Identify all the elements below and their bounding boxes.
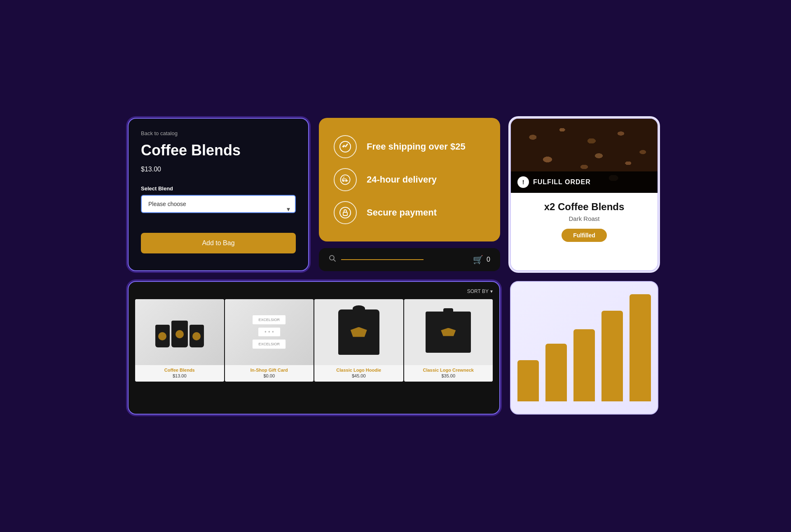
cart-area[interactable]: 🛒 0 — [473, 255, 490, 265]
chart-bar-5 — [630, 294, 651, 401]
catalog-item-crewneck[interactable]: Classic Logo Crewneck $35.00 — [404, 299, 493, 382]
chart-bar-2 — [545, 344, 567, 401]
chart-bar-4 — [601, 311, 623, 401]
gift-card-1: EXCELSIOR — [252, 315, 286, 325]
cart-count: 0 — [487, 256, 490, 263]
shipping-row-2: 24-hour delivery — [334, 164, 485, 195]
catalog-grid: Coffee Blends $13.00 EXCELSIOR ✦ ✦ ✦ EXC… — [135, 299, 493, 382]
chart-card — [510, 281, 658, 415]
gift-cards-visual: EXCELSIOR ✦ ✦ ✦ EXCELSIOR — [244, 307, 294, 357]
catalog-item-price-giftcard: $0.00 — [225, 373, 314, 382]
hoodie-shape — [338, 309, 379, 355]
gift-card-2: ✦ ✦ ✦ — [258, 327, 281, 337]
coffee-bag-2 — [171, 321, 188, 347]
fulfill-product-name: x2 Coffee Blends — [544, 201, 625, 213]
sort-by-chevron-icon: ▾ — [490, 288, 493, 294]
shipping-text-2: 24-hour delivery — [367, 174, 437, 185]
catalog-item-giftcard[interactable]: EXCELSIOR ✦ ✦ ✦ EXCELSIOR In-Shop Gift C… — [225, 299, 314, 382]
airplane-icon — [334, 135, 357, 158]
svg-line-7 — [334, 260, 336, 262]
shipping-row-3: Secure payment — [334, 197, 485, 228]
shipping-card: Free shipping over $25 24-hour delivery — [319, 118, 500, 241]
svg-point-1 — [340, 175, 350, 184]
coffee-bag-label-1 — [158, 332, 166, 340]
fulfilled-button[interactable]: Fulfilled — [562, 229, 607, 242]
shipping-row-1: Free shipping over $25 — [334, 131, 485, 162]
search-icon — [329, 255, 336, 264]
coffee-bags-visual — [151, 312, 208, 352]
svg-rect-5 — [343, 212, 347, 216]
delivery-icon — [334, 168, 357, 191]
catalog-item-name-hoodie: Classic Logo Hoodie — [314, 365, 403, 373]
fulfill-order-label: FULFILL ORDER — [533, 178, 591, 186]
catalog-item-hoodie[interactable]: Classic Logo Hoodie $45.00 — [314, 299, 403, 382]
sort-by-label: SORT BY — [467, 288, 489, 294]
product-price: $13.00 — [141, 166, 296, 173]
fulfill-variant: Dark Roast — [569, 215, 599, 222]
coffee-bag-3 — [190, 325, 204, 347]
product-title: Coffee Blends — [141, 142, 296, 159]
cart-icon: 🛒 — [473, 255, 483, 265]
shipping-text-3: Secure payment — [367, 207, 437, 218]
lock-icon — [334, 201, 357, 224]
catalog-item-price-crewneck: $35.00 — [404, 373, 493, 382]
blend-select[interactable]: Please choose Light Roast Medium Roast D… — [141, 195, 296, 213]
catalog-item-name-crewneck: Classic Logo Crewneck — [404, 365, 493, 373]
catalog-item-name-coffee: Coffee Blends — [135, 365, 224, 373]
coffee-bag-label-3 — [192, 332, 201, 340]
bar-wrapper-1 — [517, 294, 539, 401]
search-bar: 🛒 0 — [319, 248, 500, 271]
catalog-item-coffee[interactable]: Coffee Blends $13.00 — [135, 299, 224, 382]
bar-wrapper-3 — [573, 294, 595, 401]
crewneck-logo — [441, 328, 456, 336]
middle-column: Free shipping over $25 24-hour delivery — [319, 118, 500, 271]
blend-select-label: Select Blend — [141, 185, 296, 192]
coffee-bag-1 — [155, 325, 170, 347]
search-left — [329, 255, 473, 264]
fulfill-order-card: ! FULFILL ORDER x2 Coffee Blends Dark Ro… — [510, 118, 658, 271]
fulfill-product-image: ! FULFILL ORDER — [511, 119, 658, 193]
bar-wrapper-2 — [545, 294, 567, 401]
blend-select-wrapper: Please choose Light Roast Medium Roast D… — [141, 195, 296, 223]
back-to-catalog-link[interactable]: Back to catalog — [141, 130, 296, 136]
fulfill-body: x2 Coffee Blends Dark Roast Fulfilled — [511, 193, 658, 252]
catalog-item-name-giftcard: In-Shop Gift Card — [225, 365, 314, 373]
coffee-product-image — [135, 299, 224, 365]
catalog-item-price-coffee: $13.00 — [135, 373, 224, 382]
main-grid: Back to catalog Coffee Blends $13.00 Sel… — [128, 118, 663, 415]
giftcard-product-image: EXCELSIOR ✦ ✦ ✦ EXCELSIOR — [225, 299, 314, 365]
hoodie-logo — [351, 327, 367, 337]
sort-by-button[interactable]: SORT BY ▾ — [467, 288, 493, 294]
gift-card-3: EXCELSIOR — [252, 339, 286, 349]
product-card: Back to catalog Coffee Blends $13.00 Sel… — [128, 118, 309, 271]
bar-wrapper-5 — [630, 294, 651, 401]
shipping-text-1: Free shipping over $25 — [367, 141, 466, 152]
catalog-item-price-hoodie: $45.00 — [314, 373, 403, 382]
fulfill-overlay: ! FULFILL ORDER — [511, 171, 658, 193]
catalog-card: SORT BY ▾ — [128, 281, 500, 415]
bar-wrapper-4 — [601, 294, 623, 401]
chart-bar-1 — [517, 360, 539, 401]
hoodie-product-image — [314, 299, 403, 365]
svg-point-4 — [340, 207, 351, 218]
crewneck-product-image — [404, 299, 493, 365]
add-to-bag-button[interactable]: Add to Bag — [141, 233, 296, 253]
crewneck-shape — [426, 312, 471, 353]
alert-icon: ! — [517, 176, 529, 188]
chart-bar-3 — [573, 329, 595, 401]
search-underline — [341, 259, 424, 260]
catalog-header: SORT BY ▾ — [135, 288, 493, 294]
coffee-bag-label-2 — [176, 330, 184, 338]
